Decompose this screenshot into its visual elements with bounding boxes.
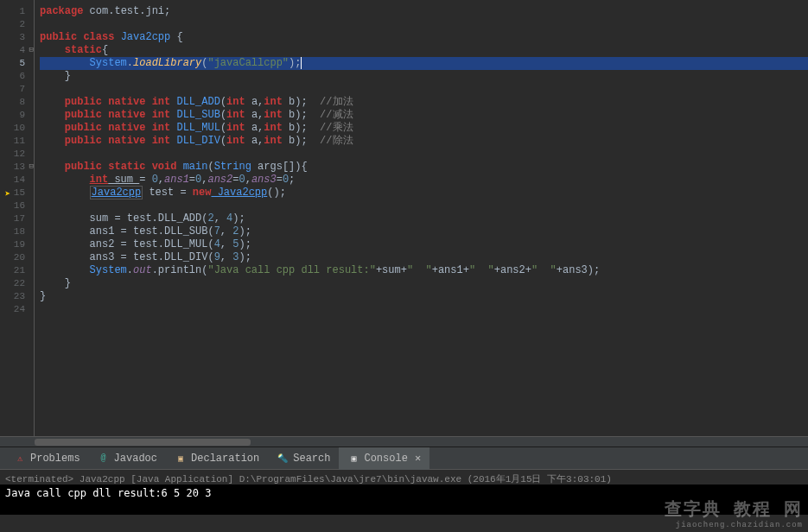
gutter: 1 2 3 4⊟ 5 6 7 8 9 10 11 12 13⊟ 14 ➤15 1… — [0, 0, 35, 436]
tab-label: Problems — [30, 453, 80, 465]
tab-problems[interactable]: ⚠ Problems — [5, 447, 89, 470]
console-header: <terminated> Java2cpp [Java Application]… — [0, 469, 808, 484]
line-num: 4⊟ — [0, 44, 34, 57]
search-icon: 🔦 — [277, 453, 289, 465]
tab-console[interactable]: ▣ Console ✕ — [339, 447, 429, 470]
line-num: 6 — [0, 70, 34, 83]
line-num: 1 — [0, 5, 34, 18]
line-num: 24 — [0, 303, 34, 316]
horizontal-scrollbar[interactable] — [0, 436, 808, 446]
line-num: 10 — [0, 122, 34, 135]
line-num: 9 — [0, 109, 34, 122]
tab-label: Console — [364, 453, 407, 465]
line-num: 5 — [0, 57, 34, 70]
line-num: 16 — [0, 200, 34, 212]
line-num: 20 — [0, 251, 34, 264]
line-num: 17 — [0, 212, 34, 225]
bottom-tabs: ⚠ Problems @ Javadoc ▣ Declaration 🔦 Sea… — [0, 446, 808, 469]
line-num: 11 — [0, 135, 34, 148]
tab-label: Search — [293, 453, 330, 465]
line-num: 7 — [0, 83, 34, 96]
line-num: 19 — [0, 238, 34, 251]
line-num: 3 — [0, 31, 34, 44]
code-editor[interactable]: 1 2 3 4⊟ 5 6 7 8 9 10 11 12 13⊟ 14 ➤15 1… — [0, 0, 808, 436]
declaration-icon: ▣ — [175, 453, 187, 465]
scrollbar-thumb[interactable] — [35, 439, 251, 446]
close-icon[interactable]: ✕ — [415, 452, 421, 465]
line-num: 12 — [0, 148, 34, 161]
watermark: 查字典 教程 网 jiaocheng.chazidian.com — [665, 497, 803, 529]
javadoc-icon: @ — [98, 453, 110, 465]
fold-minus-icon[interactable]: ⊟ — [25, 161, 34, 169]
tab-label: Declaration — [191, 453, 259, 465]
line-num: 2 — [0, 18, 34, 31]
fold-minus-icon[interactable]: ⊟ — [25, 44, 34, 53]
problems-icon: ⚠ — [14, 453, 26, 465]
line-num: 14 — [0, 174, 34, 187]
console-icon: ▣ — [347, 453, 359, 465]
tab-label: Javadoc — [114, 453, 157, 465]
tab-search[interactable]: 🔦 Search — [268, 447, 339, 470]
tab-declaration[interactable]: ▣ Declaration — [166, 447, 268, 470]
code-content[interactable]: package com.test.jni; public class Java2… — [35, 0, 808, 436]
line-num: 18 — [0, 225, 34, 238]
line-num: 22 — [0, 277, 34, 290]
line-num: 8 — [0, 96, 34, 109]
line-num: 23 — [0, 290, 34, 303]
line-num: 13⊟ — [0, 161, 34, 174]
line-num: 21 — [0, 264, 34, 277]
tab-javadoc[interactable]: @ Javadoc — [89, 447, 166, 470]
line-num: ➤15 — [0, 187, 34, 200]
breakpoint-arrow-icon[interactable]: ➤ — [2, 188, 10, 197]
